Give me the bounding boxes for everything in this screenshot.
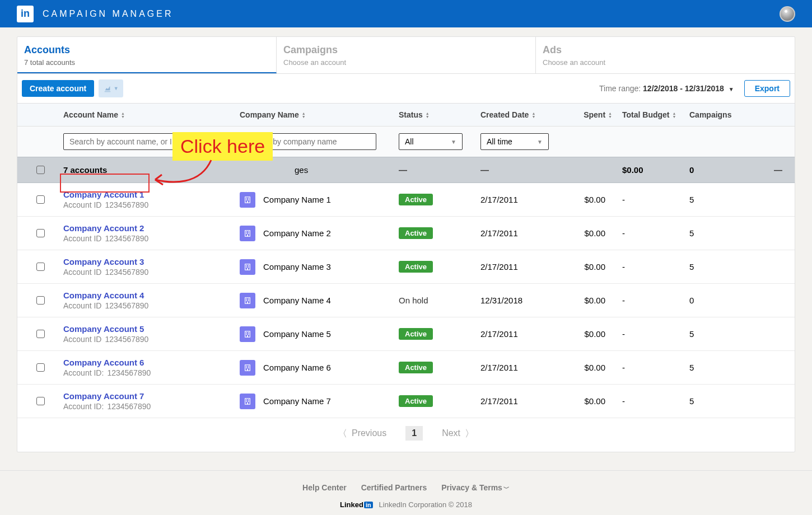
company-cell[interactable]: Company Name 1	[240, 192, 399, 208]
account-name-link[interactable]: Company Account 4	[63, 291, 144, 300]
row-checkbox[interactable]	[36, 363, 45, 372]
building-icon	[240, 360, 255, 376]
svg-rect-27	[246, 334, 247, 335]
main-tabs: Accounts 7 total accounts Campaigns Choo…	[17, 37, 795, 74]
company-name: Company Name 3	[263, 262, 331, 271]
row-checkbox[interactable]	[36, 296, 45, 305]
footer-help-link[interactable]: Help Center	[302, 483, 347, 493]
svg-rect-29	[247, 335, 248, 337]
avatar[interactable]	[780, 6, 795, 22]
svg-rect-2	[248, 198, 249, 199]
spent-value: $0.00	[567, 195, 617, 204]
select-all-checkbox[interactable]	[36, 166, 45, 174]
col-campaigns[interactable]: Campaigns	[689, 110, 740, 119]
account-name-link[interactable]: Company Account 2	[63, 223, 144, 233]
account-name-link[interactable]: Company Account 1	[63, 190, 144, 199]
tab-title: Campaigns	[283, 44, 529, 56]
budget-value: -	[617, 396, 689, 406]
account-id: Account ID1234567890	[63, 234, 234, 243]
row-checkbox[interactable]	[36, 397, 45, 405]
company-cell[interactable]: Company Name 7	[240, 394, 399, 409]
page-number-1[interactable]: 1	[405, 426, 423, 441]
company-name: Company Name 1	[263, 195, 331, 204]
annotation-callout: Click here	[172, 132, 273, 161]
tab-subtitle: Choose an account	[543, 58, 788, 67]
col-status[interactable]: Status▲▼	[399, 110, 480, 119]
sort-icon: ▲▼	[426, 112, 430, 119]
svg-rect-10	[248, 233, 249, 234]
svg-rect-23	[247, 301, 248, 303]
tab-accounts[interactable]: Accounts 7 total accounts	[17, 37, 277, 73]
footer-partners-link[interactable]: Certified Partners	[361, 483, 427, 493]
svg-rect-11	[247, 234, 248, 236]
row-checkbox[interactable]	[36, 263, 45, 271]
account-id: Account ID1234567890	[63, 268, 234, 277]
campaigns-value: 5	[689, 262, 740, 271]
budget-value: -	[617, 262, 689, 271]
table-body: Company Account 1Account ID1234567890Com…	[17, 183, 795, 418]
chart-dropdown-button[interactable]: ▼	[99, 79, 123, 97]
created-date: 2/17/2011	[480, 262, 567, 271]
col-company-name[interactable]: Company Name▲▼	[240, 110, 399, 119]
svg-rect-16	[248, 266, 249, 268]
spent-value: $0.00	[567, 296, 617, 305]
col-spent[interactable]: Spent▲▼	[567, 110, 617, 119]
budget-value: -	[617, 329, 689, 339]
footer-brand: Linkedin LinkedIn Corporation © 2018	[0, 500, 812, 509]
prev-page-button[interactable]: 〈Previous	[338, 427, 386, 440]
summary-dash: —	[774, 165, 782, 175]
next-page-button[interactable]: Next〉	[442, 427, 474, 440]
linkedin-in-badge-icon: in	[364, 502, 373, 508]
footer-privacy-link[interactable]: Privacy & Terms﹀	[441, 483, 510, 493]
svg-rect-35	[247, 368, 248, 371]
svg-rect-8	[248, 231, 249, 232]
created-date: 12/31/2018	[480, 296, 567, 305]
svg-rect-34	[248, 367, 249, 368]
account-name-link[interactable]: Company Account 3	[63, 257, 144, 266]
company-cell[interactable]: Company Name 5	[240, 326, 399, 342]
logo-group: in CAMPAIGN MANAGER	[17, 6, 174, 22]
tab-subtitle: Choose an account	[283, 58, 529, 67]
create-account-button[interactable]: Create account	[22, 80, 94, 97]
account-name-link[interactable]: Company Account 7	[63, 391, 144, 401]
pagination: 〈Previous 1 Next〉	[17, 418, 795, 452]
time-range-selector[interactable]: Time range: 12/2/2018 - 12/31/2018 ▼	[599, 84, 734, 93]
svg-rect-17	[247, 268, 248, 270]
svg-rect-21	[246, 300, 247, 301]
account-name-link[interactable]: Company Account 6	[63, 358, 144, 367]
campaigns-value: 5	[689, 195, 740, 204]
sort-icon: ▲▼	[302, 112, 306, 119]
company-cell[interactable]: Company Name 6	[240, 360, 399, 376]
col-account-name[interactable]: Account Name▲▼	[63, 110, 240, 119]
time-range-label: Time range:	[599, 84, 643, 93]
company-cell[interactable]: Company Name 4	[240, 293, 399, 308]
svg-rect-38	[248, 399, 249, 400]
col-total-budget[interactable]: Total Budget▲▼	[617, 110, 689, 119]
row-checkbox[interactable]	[36, 229, 45, 237]
sort-icon: ▲▼	[121, 112, 125, 119]
svg-rect-41	[247, 402, 248, 404]
tab-campaigns[interactable]: Campaigns Choose an account	[277, 37, 536, 73]
account-name-link[interactable]: Company Account 5	[63, 324, 144, 334]
status-badge: Active	[399, 328, 433, 340]
status-filter-select[interactable]: All▼	[399, 133, 463, 150]
app-name: CAMPAIGN MANAGER	[43, 9, 174, 19]
row-checkbox[interactable]	[36, 195, 45, 204]
spent-value: $0.00	[567, 329, 617, 339]
building-icon	[240, 226, 255, 241]
export-button[interactable]: Export	[744, 80, 790, 97]
svg-rect-7	[246, 231, 247, 232]
company-name: Company Name 4	[263, 296, 331, 305]
svg-rect-13	[246, 265, 247, 266]
svg-rect-31	[246, 366, 247, 367]
tab-ads[interactable]: Ads Choose an account	[536, 37, 795, 73]
date-filter-select[interactable]: All time▼	[480, 133, 549, 150]
spent-value: $0.00	[567, 262, 617, 271]
row-checkbox[interactable]	[36, 330, 45, 338]
account-id: Account ID1234567890	[63, 200, 234, 209]
col-created-date[interactable]: Created Date▲▼	[480, 110, 567, 119]
company-cell[interactable]: Company Name 3	[240, 259, 399, 275]
summary-pages-fragment: ges	[240, 165, 399, 175]
summary-count: 7 accounts	[63, 165, 240, 175]
company-cell[interactable]: Company Name 2	[240, 226, 399, 241]
